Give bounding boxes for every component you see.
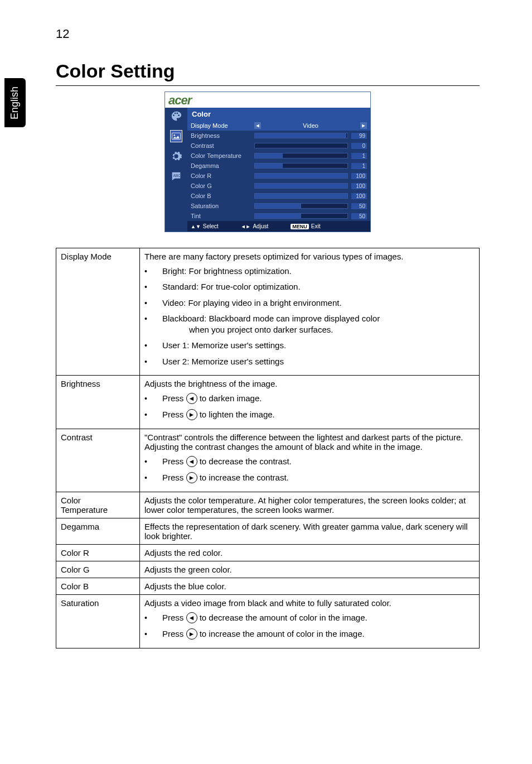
osd-panel: acer ABC Color Display Mode ◄ Video ►	[165, 92, 371, 232]
svg-text:ABC: ABC	[173, 174, 181, 177]
osd-sidebar: ABC	[165, 108, 187, 232]
osd-mode-value: Video	[264, 122, 357, 129]
page-number: 12	[56, 27, 69, 41]
table-row: Brightness Adjusts the brightness of the…	[56, 375, 480, 429]
description-table: Display Mode There are many factory pres…	[56, 248, 480, 648]
table-row: ColorTemperature Adjusts the color tempe…	[56, 492, 480, 518]
right-arrow-button-icon: ►	[186, 409, 197, 420]
left-arrow-button-icon: ◄	[186, 393, 197, 404]
table-row: Color G Adjusts the green color.	[56, 561, 480, 578]
osd-row-saturation[interactable]: Saturation 50	[187, 201, 370, 211]
osd-row-color-b[interactable]: Color B 100	[187, 191, 370, 201]
osd-item-label: Display Mode	[191, 122, 251, 129]
language-tab: English	[4, 78, 26, 127]
right-arrow-button-icon: ►	[186, 472, 197, 483]
table-row: Color B Adjusts the blue color.	[56, 578, 480, 594]
osd-row-display-mode[interactable]: Display Mode ◄ Video ►	[187, 121, 370, 131]
gear-icon[interactable]	[170, 150, 182, 162]
table-row: Saturation Adjusts a video image from bl…	[56, 594, 480, 648]
osd-row-tint[interactable]: Tint 50	[187, 211, 370, 221]
title-rule	[56, 85, 480, 86]
table-row: Degamma Effects the representation of da…	[56, 518, 480, 544]
image-icon[interactable]	[170, 130, 182, 142]
left-arrow-button-icon: ◄	[186, 456, 197, 467]
right-arrow-button-icon: ►	[186, 628, 197, 640]
osd-row-contrast[interactable]: Contrast 0	[187, 141, 370, 151]
table-row: Contrast "Contrast" controls the differe…	[56, 429, 480, 492]
osd-logo: acer	[165, 92, 370, 108]
osd-row-color-g[interactable]: Color G 100	[187, 181, 370, 191]
osd-row-colortemp[interactable]: Color Temperature 1	[187, 151, 370, 161]
osd-row-degamma[interactable]: Degamma 1	[187, 161, 370, 171]
table-row: Color R Adjusts the red color.	[56, 544, 480, 561]
cell-key: Display Mode	[56, 248, 140, 376]
svg-point-1	[173, 134, 175, 136]
arrow-right-icon[interactable]: ►	[360, 122, 367, 129]
palette-icon[interactable]	[170, 110, 182, 122]
osd-title: Color	[187, 108, 370, 121]
table-row: Display Mode There are many factory pres…	[56, 248, 480, 376]
osd-footer: ▲▼Select ◄►Adjust MENUExit	[187, 221, 370, 232]
left-right-icon: ◄►	[241, 224, 251, 229]
left-arrow-button-icon: ◄	[186, 612, 197, 623]
up-down-icon: ▲▼	[191, 224, 201, 229]
cell-desc: There are many factory presets optimized…	[140, 248, 480, 376]
arrow-left-icon[interactable]: ◄	[254, 122, 261, 129]
speech-icon[interactable]: ABC	[170, 170, 182, 182]
osd-row-color-r[interactable]: Color R 100	[187, 171, 370, 181]
osd-row-brightness[interactable]: Brightness 99	[187, 131, 370, 141]
menu-key-icon: MENU	[291, 224, 309, 229]
page-title: Color Setting	[56, 60, 480, 82]
language-label: English	[9, 86, 21, 119]
